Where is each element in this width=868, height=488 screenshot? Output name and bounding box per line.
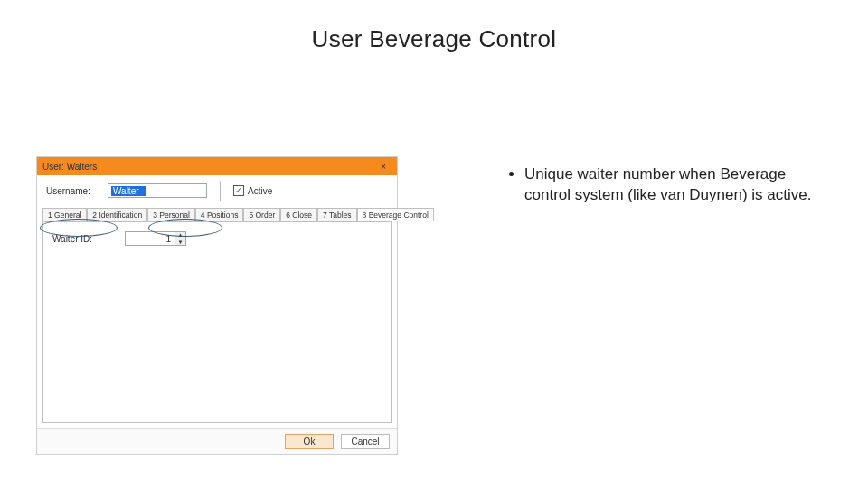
titlebar: User: Walters × bbox=[37, 157, 397, 175]
waiter-id-stepper[interactable]: 1 ▲ ▼ bbox=[125, 231, 186, 246]
tabstrip: 1 General 2 Identification 3 Personal 4 … bbox=[37, 202, 397, 221]
tab-general[interactable]: 1 General bbox=[42, 208, 87, 221]
close-icon[interactable]: × bbox=[375, 161, 392, 172]
tab-tables[interactable]: 7 Tables bbox=[317, 208, 357, 221]
tab-positions[interactable]: 4 Positions bbox=[195, 208, 244, 221]
bullet-item: Unique waiter number when Beverage contr… bbox=[524, 164, 814, 206]
tab-panel: Waiter ID: 1 ▲ ▼ bbox=[42, 221, 392, 423]
username-label: Username: bbox=[46, 186, 100, 196]
active-label: Active bbox=[248, 186, 272, 196]
page-title: User Beverage Control bbox=[0, 25, 868, 53]
waiter-id-value: 1 bbox=[126, 232, 175, 245]
tab-beverage-control[interactable]: 8 Beverage Control bbox=[357, 208, 434, 221]
description-text: Unique waiter number when Beverage contr… bbox=[506, 164, 814, 206]
username-value: Walter bbox=[111, 186, 146, 196]
waiter-id-row: Waiter ID: 1 ▲ ▼ bbox=[52, 231, 382, 246]
dialog-window: User: Walters × Username: Walter ✓ Activ… bbox=[36, 156, 398, 455]
tab-personal[interactable]: 3 Personal bbox=[147, 208, 195, 221]
header-row: Username: Walter ✓ Active bbox=[37, 175, 397, 202]
checkbox-icon: ✓ bbox=[233, 185, 244, 196]
waiter-id-label: Waiter ID: bbox=[52, 234, 116, 244]
spinner-buttons: ▲ ▼ bbox=[175, 232, 185, 245]
active-checkbox[interactable]: ✓ Active bbox=[233, 185, 272, 196]
chevron-down-icon[interactable]: ▼ bbox=[175, 239, 185, 246]
ok-button[interactable]: Ok bbox=[285, 434, 334, 449]
separator bbox=[220, 181, 221, 201]
dialog-footer: Ok Cancel bbox=[37, 428, 397, 454]
tab-order[interactable]: 5 Order bbox=[243, 208, 280, 221]
window-title: User: Walters bbox=[42, 162, 375, 172]
tab-identification[interactable]: 2 Identification bbox=[87, 208, 147, 221]
chevron-up-icon[interactable]: ▲ bbox=[175, 232, 185, 239]
username-input[interactable]: Walter bbox=[108, 183, 207, 198]
tab-close[interactable]: 6 Close bbox=[280, 208, 317, 221]
cancel-button[interactable]: Cancel bbox=[341, 434, 390, 449]
